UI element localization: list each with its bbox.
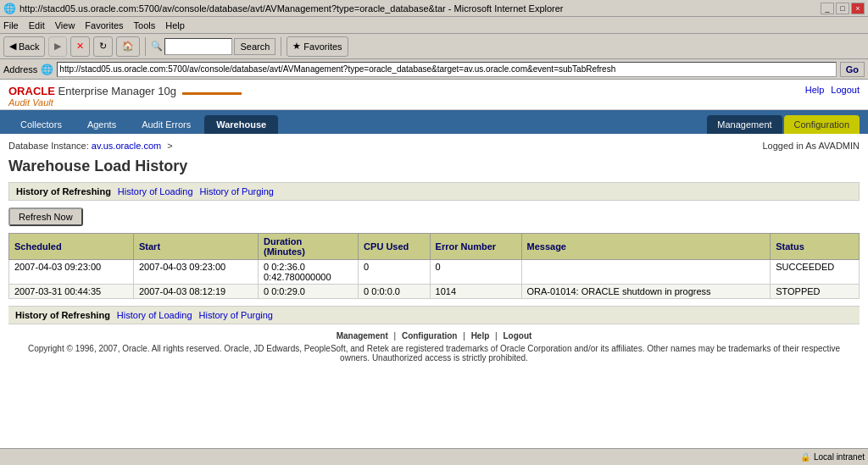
stop-button[interactable]: ✕ [70, 36, 90, 57]
lock-icon: 🔒 [800, 452, 810, 462]
footer-sep-3: | [495, 331, 498, 340]
minimize-button[interactable]: _ [821, 3, 834, 14]
content-area: Database Instance: av.us.oracle.com > Lo… [0, 134, 868, 373]
history-loading-link-top[interactable]: History of Loading [118, 186, 193, 197]
col-scheduled: Scheduled [9, 234, 134, 260]
menu-bar: File Edit View Favorites Tools Help [0, 17, 868, 34]
refresh-now-button[interactable]: Refresh Now [8, 208, 83, 226]
footer-help-link[interactable]: Help [471, 331, 490, 340]
forward-button[interactable]: ▶ [48, 36, 67, 57]
search-input[interactable] [164, 38, 232, 55]
footer: Management | Configuration | Help | Logo… [8, 324, 860, 369]
db-instance-link[interactable]: av.us.oracle.com [92, 141, 161, 151]
menu-edit[interactable]: Edit [29, 20, 45, 30]
window-title: http://stacd05.us.oracle.com:5700/av/con… [19, 3, 821, 14]
tab-configuration[interactable]: Configuration [784, 115, 860, 134]
nav-tabs: Collectors Agents Audit Errors Warehouse… [0, 110, 868, 134]
app-container: ORACLE Enterprise Manager 10g ▬▬▬▬▬▬▬ Au… [0, 80, 868, 448]
footer-sep-1: | [394, 331, 397, 340]
table-row: 2007-03-31 00:44:35 2007-04-03 08:12:19 … [9, 285, 860, 299]
footer-sep-2: | [463, 331, 465, 340]
cell-status-1: SUCCEEDED [771, 260, 860, 285]
menu-file[interactable]: File [3, 20, 19, 30]
cell-scheduled-2: 2007-03-31 00:44:35 [9, 285, 134, 299]
toolbar-separator-1 [145, 37, 146, 56]
col-error-number: Error Number [430, 234, 521, 260]
footer-logout-link[interactable]: Logout [503, 331, 531, 340]
history-refreshing-top: History of Refreshing History of Loading… [8, 183, 860, 201]
toolbar: ◀ Back ▶ ✕ ↻ 🏠 🔍 Search ★ Favorites [0, 34, 868, 59]
help-link[interactable]: Help [805, 85, 825, 95]
nav-right-tabs: Management Configuration [707, 115, 860, 134]
back-arrow-icon: ◀ [9, 41, 16, 52]
cell-duration-1: 0 0:2:36.0 0:42.780000000 [259, 260, 359, 285]
go-button[interactable]: Go [840, 62, 865, 77]
cell-error-2: 1014 [430, 285, 521, 299]
ie-icon: 🌐 [3, 3, 16, 14]
col-start: Start [134, 234, 259, 260]
history-purging-link-top[interactable]: History of Purging [200, 186, 274, 197]
col-cpu-used: CPU Used [359, 234, 430, 260]
history-loading-link-bottom[interactable]: History of Loading [117, 310, 192, 320]
tab-collectors[interactable]: Collectors [8, 115, 74, 134]
footer-management-link[interactable]: Management [337, 331, 388, 340]
menu-favorites[interactable]: Favorites [85, 20, 123, 30]
data-table: Scheduled Start Duration (Minutes) CPU U… [8, 233, 860, 299]
cell-start-1: 2007-04-03 09:23:00 [134, 260, 259, 285]
history-refreshing-label: History of Refreshing [16, 186, 111, 197]
cell-message-2: ORA-01014: ORACLE shutdown in progress [521, 285, 771, 299]
address-icon: 🌐 [41, 64, 53, 75]
tab-agents[interactable]: Agents [75, 115, 128, 134]
favorites-button[interactable]: ★ Favorites [287, 36, 348, 57]
search-icon: 🔍 [151, 41, 163, 52]
address-bar: Address 🌐 Go [0, 59, 868, 80]
cell-scheduled-1: 2007-04-03 09:23:00 [9, 260, 134, 285]
breadcrumb: Database Instance: av.us.oracle.com > Lo… [8, 137, 860, 154]
refresh-button[interactable]: ↻ [93, 36, 113, 57]
table-area: Refresh Now Scheduled Start Duration (Mi… [8, 208, 860, 299]
page-title: Warehouse Load History [8, 154, 860, 183]
menu-help[interactable]: Help [165, 20, 185, 30]
close-button[interactable]: × [851, 3, 865, 14]
home-button[interactable]: 🏠 [116, 36, 140, 57]
status-bar: 🔒 Local intranet [0, 448, 868, 465]
tab-audit-errors[interactable]: Audit Errors [130, 115, 203, 134]
footer-links: Management | Configuration | Help | Logo… [17, 331, 851, 340]
table-row: 2007-04-03 09:23:00 2007-04-03 09:23:00 … [9, 260, 860, 285]
cell-message-1 [521, 260, 771, 285]
breadcrumb-separator: > [167, 141, 172, 151]
search-button[interactable]: Search [234, 38, 275, 55]
oracle-logo: ORACLE Enterprise Manager 10g ▬▬▬▬▬▬▬ Au… [8, 85, 242, 108]
tab-warehouse[interactable]: Warehouse [204, 115, 278, 134]
menu-view[interactable]: View [55, 20, 75, 30]
star-icon: ★ [292, 41, 301, 52]
history-refreshing-bottom: History of Refreshing History of Loading… [8, 306, 860, 324]
forward-arrow-icon: ▶ [54, 41, 61, 52]
col-message: Message [521, 234, 771, 260]
footer-configuration-link[interactable]: Configuration [402, 331, 458, 340]
table-header-row: Scheduled Start Duration (Minutes) CPU U… [9, 234, 860, 260]
cell-error-1: 0 [430, 260, 521, 285]
search-box: 🔍 Search [151, 38, 275, 55]
tab-management[interactable]: Management [707, 115, 782, 134]
col-status: Status [771, 234, 860, 260]
header-links: Help Logout [805, 85, 860, 95]
address-input[interactable] [57, 62, 836, 77]
em-text: Enterprise Manager 10g [55, 85, 176, 97]
address-label: Address [3, 64, 37, 75]
menu-tools[interactable]: Tools [134, 20, 156, 30]
progress-bar-decoration: ▬▬▬▬▬▬▬ [182, 87, 242, 97]
logout-link[interactable]: Logout [831, 85, 860, 95]
oracle-text: ORACLE [8, 85, 55, 97]
cell-cpu-2: 0 0:0:0.0 [359, 285, 430, 299]
maximize-button[interactable]: □ [836, 3, 849, 14]
col-duration: Duration (Minutes) [259, 234, 359, 260]
back-button[interactable]: ◀ Back [3, 36, 45, 57]
toolbar-separator-2 [281, 37, 281, 56]
history-purging-link-bottom[interactable]: History of Purging [199, 310, 273, 320]
cell-start-2: 2007-04-03 08:12:19 [134, 285, 259, 299]
logged-in-text: Logged in As AVADMIN [762, 141, 860, 151]
oracle-em-branding: ORACLE Enterprise Manager 10g ▬▬▬▬▬▬▬ [8, 85, 242, 97]
status-icon-area: 🔒 Local intranet [800, 452, 865, 462]
zone-text: Local intranet [814, 452, 865, 462]
